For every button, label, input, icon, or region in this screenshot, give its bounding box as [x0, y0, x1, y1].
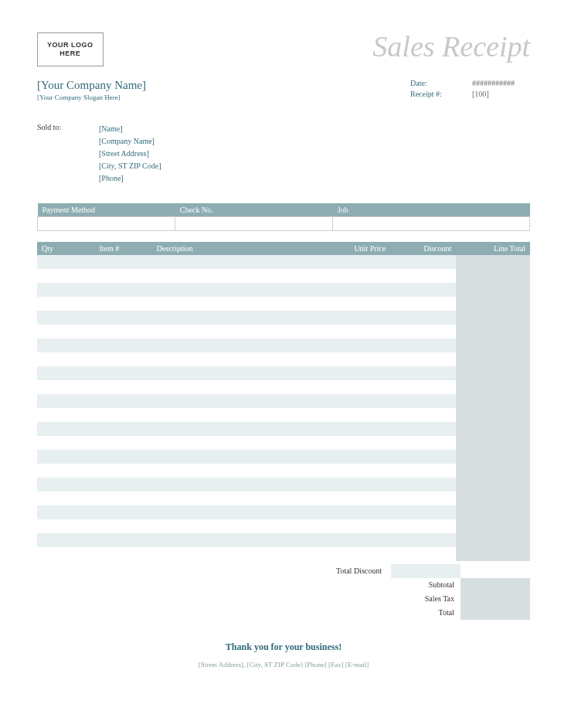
cell-desc[interactable] — [152, 283, 325, 297]
payment-method-cell[interactable] — [38, 216, 175, 230]
cell-line[interactable] — [456, 464, 530, 478]
cell-item[interactable] — [94, 380, 151, 394]
cell-item[interactable] — [94, 450, 151, 464]
cell-unit[interactable] — [325, 325, 390, 338]
cell-disc[interactable] — [390, 464, 456, 478]
cell-unit[interactable] — [325, 478, 390, 492]
cell-line[interactable] — [456, 408, 530, 422]
cell-unit[interactable] — [325, 269, 390, 283]
cell-desc[interactable] — [152, 464, 325, 478]
cell-item[interactable] — [94, 422, 151, 436]
cell-disc[interactable] — [390, 311, 456, 325]
cell-desc[interactable] — [152, 519, 325, 533]
cell-item[interactable] — [94, 283, 151, 297]
cell-line[interactable] — [456, 325, 530, 338]
cell-line[interactable] — [456, 366, 530, 380]
cell-item[interactable] — [94, 352, 151, 366]
table-row[interactable] — [37, 450, 530, 464]
cell-qty[interactable] — [37, 338, 94, 352]
table-row[interactable] — [37, 436, 530, 450]
cell-disc[interactable] — [390, 519, 456, 533]
cell-qty[interactable] — [37, 547, 94, 561]
cell-qty[interactable] — [37, 450, 94, 464]
cell-qty[interactable] — [37, 297, 94, 311]
cell-qty[interactable] — [37, 492, 94, 505]
table-row[interactable] — [37, 269, 530, 283]
table-row[interactable] — [37, 533, 530, 547]
cell-item[interactable] — [94, 255, 151, 269]
payment-row[interactable] — [38, 216, 530, 230]
cell-item[interactable] — [94, 394, 151, 408]
cell-desc[interactable] — [152, 478, 325, 492]
cell-line[interactable] — [456, 255, 530, 269]
cell-disc[interactable] — [390, 408, 456, 422]
table-row[interactable] — [37, 338, 530, 352]
cell-qty[interactable] — [37, 311, 94, 325]
cell-desc[interactable] — [152, 255, 325, 269]
cell-unit[interactable] — [325, 311, 390, 325]
cell-qty[interactable] — [37, 380, 94, 394]
cell-item[interactable] — [94, 338, 151, 352]
cell-item[interactable] — [94, 366, 151, 380]
cell-qty[interactable] — [37, 408, 94, 422]
cell-unit[interactable] — [325, 422, 390, 436]
cell-unit[interactable] — [325, 492, 390, 505]
cell-desc[interactable] — [152, 436, 325, 450]
cell-item[interactable] — [94, 533, 151, 547]
cell-desc[interactable] — [152, 380, 325, 394]
cell-qty[interactable] — [37, 478, 94, 492]
cell-qty[interactable] — [37, 519, 94, 533]
cell-disc[interactable] — [390, 422, 456, 436]
cell-disc[interactable] — [390, 297, 456, 311]
cell-unit[interactable] — [325, 394, 390, 408]
cell-disc[interactable] — [390, 505, 456, 519]
cell-qty[interactable] — [37, 505, 94, 519]
cell-unit[interactable] — [325, 255, 390, 269]
cell-desc[interactable] — [152, 311, 325, 325]
cell-unit[interactable] — [325, 297, 390, 311]
cell-qty[interactable] — [37, 352, 94, 366]
cell-line[interactable] — [456, 283, 530, 297]
cell-disc[interactable] — [390, 450, 456, 464]
cell-desc[interactable] — [152, 269, 325, 283]
cell-item[interactable] — [94, 464, 151, 478]
cell-desc[interactable] — [152, 547, 325, 561]
cell-unit[interactable] — [325, 464, 390, 478]
cell-qty[interactable] — [37, 255, 94, 269]
cell-line[interactable] — [456, 547, 530, 561]
cell-desc[interactable] — [152, 492, 325, 505]
cell-desc[interactable] — [152, 325, 325, 338]
table-row[interactable] — [37, 422, 530, 436]
cell-line[interactable] — [456, 422, 530, 436]
cell-qty[interactable] — [37, 436, 94, 450]
cell-disc[interactable] — [390, 533, 456, 547]
table-row[interactable] — [37, 352, 530, 366]
cell-unit[interactable] — [325, 519, 390, 533]
cell-line[interactable] — [456, 380, 530, 394]
cell-item[interactable] — [94, 311, 151, 325]
cell-item[interactable] — [94, 297, 151, 311]
cell-desc[interactable] — [152, 533, 325, 547]
table-row[interactable] — [37, 297, 530, 311]
cell-desc[interactable] — [152, 505, 325, 519]
cell-desc[interactable] — [152, 450, 325, 464]
cell-line[interactable] — [456, 394, 530, 408]
cell-disc[interactable] — [390, 394, 456, 408]
table-row[interactable] — [37, 519, 530, 533]
cell-qty[interactable] — [37, 269, 94, 283]
cell-desc[interactable] — [152, 366, 325, 380]
cell-desc[interactable] — [152, 297, 325, 311]
cell-disc[interactable] — [390, 325, 456, 338]
table-row[interactable] — [37, 325, 530, 338]
job-cell[interactable] — [333, 216, 530, 230]
cell-unit[interactable] — [325, 380, 390, 394]
cell-unit[interactable] — [325, 283, 390, 297]
cell-unit[interactable] — [325, 533, 390, 547]
cell-desc[interactable] — [152, 408, 325, 422]
cell-item[interactable] — [94, 269, 151, 283]
cell-line[interactable] — [456, 492, 530, 505]
check-no-cell[interactable] — [175, 216, 333, 230]
cell-item[interactable] — [94, 325, 151, 338]
cell-line[interactable] — [456, 338, 530, 352]
cell-line[interactable] — [456, 519, 530, 533]
